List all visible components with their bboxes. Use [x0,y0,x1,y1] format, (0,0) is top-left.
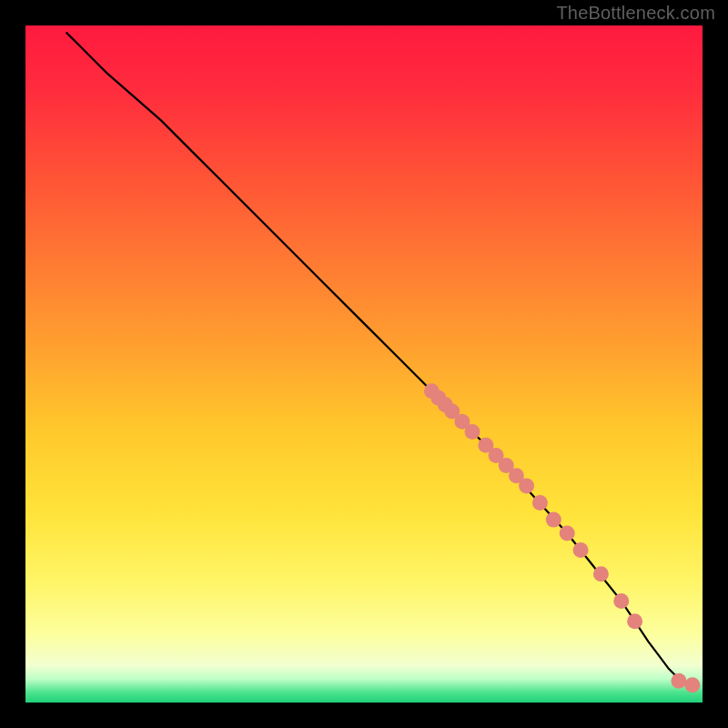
chart-root: TheBottleneck.com [0,0,728,728]
data-marker [532,495,548,511]
data-marker [684,677,700,693]
data-marker [627,613,642,629]
data-marker [465,424,480,440]
attribution-watermark: TheBottleneck.com [556,3,715,24]
data-marker [613,593,629,609]
data-marker [546,512,561,528]
plot-area [25,25,703,703]
data-marker [573,542,589,558]
bottleneck-chart [0,0,728,728]
data-marker [560,526,575,541]
data-marker [519,478,534,493]
data-marker [593,566,609,581]
data-marker [671,673,686,689]
